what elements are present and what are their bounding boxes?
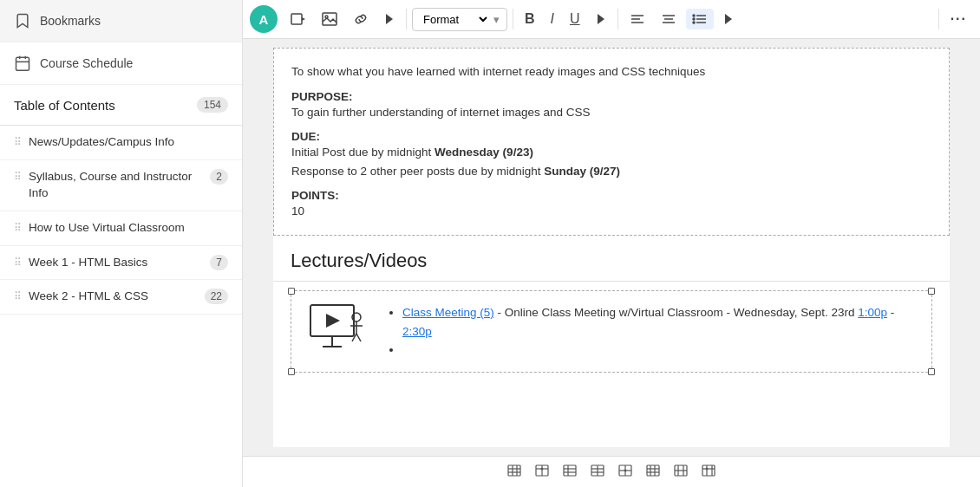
- toc-item-syllabus[interactable]: ⠿ Syllabus, Course and Instructor Info 2: [0, 160, 242, 211]
- more-format-button[interactable]: [717, 9, 740, 29]
- resize-handle-br[interactable]: [928, 368, 935, 375]
- table-btn-1[interactable]: [503, 462, 526, 482]
- course-schedule-label: Course Schedule: [40, 56, 133, 70]
- link-button[interactable]: [347, 9, 375, 29]
- class-meeting-link[interactable]: Class Meeting (5): [402, 306, 494, 319]
- lectures-box: Class Meeting (5) - Online Class Meeting…: [291, 290, 932, 373]
- table-btn-7[interactable]: [670, 462, 692, 482]
- chevron-down-icon: ▾: [493, 13, 500, 26]
- lectures-icon: [304, 303, 373, 355]
- toc-item-badge: 7: [210, 255, 228, 270]
- toolbar-separator-4: [938, 9, 939, 29]
- toc-item-week1[interactable]: ⠿ Week 1 - HTML Basics 7: [0, 246, 242, 281]
- sidebar-item-course-schedule[interactable]: Course Schedule: [0, 42, 242, 85]
- table-btn-5[interactable]: [614, 462, 637, 482]
- format-select-input[interactable]: Format Paragraph Heading 1 Heading 2 Hea…: [420, 12, 490, 27]
- main-content: A Format P: [243, 0, 980, 487]
- table-btn-8[interactable]: [697, 462, 720, 482]
- list-button[interactable]: [686, 9, 714, 29]
- svg-point-18: [693, 18, 695, 20]
- table-btn-3[interactable]: [559, 462, 581, 482]
- sidebar-item-bookmarks[interactable]: Bookmarks: [0, 0, 242, 42]
- svg-marker-5: [302, 17, 305, 21]
- content-area[interactable]: To show what you have learned with inter…: [243, 39, 980, 456]
- due-initial-span: Initial Post due by midnight: [291, 146, 434, 159]
- points-value: 10: [291, 202, 931, 221]
- svg-marker-8: [386, 14, 393, 24]
- table-btn-4[interactable]: [586, 462, 609, 482]
- toc-item-label: News/Updates/Campus Info: [29, 134, 228, 151]
- bottom-toolbar: [243, 456, 980, 487]
- toolbar-separator-3: [617, 9, 618, 29]
- align-left-button[interactable]: [624, 9, 651, 29]
- lecture-list-item: Class Meeting (5) - Online Class Meeting…: [402, 303, 919, 341]
- class-meeting-text: - Online Class Meeting w/Virtual Classro…: [494, 306, 858, 319]
- time-dash: -: [887, 306, 894, 319]
- svg-rect-64: [702, 465, 715, 476]
- sidebar: Bookmarks Course Schedule Table of Conte…: [0, 0, 243, 487]
- underline-button[interactable]: U: [564, 7, 586, 31]
- resize-handle-bl[interactable]: [288, 368, 295, 375]
- bold-button[interactable]: B: [519, 7, 541, 31]
- drag-icon: ⠿: [14, 171, 22, 183]
- ellipsis-icon: ···: [951, 11, 967, 27]
- bookmarks-label: Bookmarks: [40, 14, 101, 28]
- due-response-text: Response to 2 other peer posts due by mi…: [291, 162, 931, 181]
- toolbar: A Format P: [243, 0, 980, 39]
- toc-item-news[interactable]: ⠿ News/Updates/Campus Info: [0, 126, 242, 160]
- avatar: A: [250, 5, 278, 33]
- purpose-text: To gain further understanding of interne…: [291, 103, 931, 122]
- points-label: POINTS:: [291, 189, 931, 202]
- svg-point-20: [693, 22, 695, 23]
- toolbar-separator-2: [513, 9, 513, 29]
- toc-label: Table of Contents: [14, 98, 115, 113]
- format-dropdown[interactable]: Format Paragraph Heading 1 Heading 2 Hea…: [412, 8, 507, 31]
- video-insert-button[interactable]: [284, 9, 312, 29]
- time-end-link[interactable]: 2:30p: [402, 325, 432, 338]
- svg-marker-22: [725, 14, 732, 24]
- svg-line-31: [356, 334, 361, 341]
- content-inner: To show what you have learned with inter…: [273, 48, 950, 447]
- align-center-button[interactable]: [655, 9, 683, 29]
- italic-button[interactable]: I: [545, 7, 560, 31]
- calendar-icon: [14, 55, 31, 72]
- due-label: DUE:: [291, 130, 931, 143]
- assignment-box: To show what you have learned with inter…: [273, 48, 950, 236]
- drag-icon: ⠿: [14, 222, 22, 234]
- lectures-content: Class Meeting (5) - Online Class Meeting…: [387, 303, 919, 360]
- toc-item-label: How to Use Virtual Classroom: [29, 220, 228, 237]
- resize-handle-tr[interactable]: [928, 288, 935, 295]
- toc-count-badge: 154: [197, 97, 228, 113]
- image-insert-button[interactable]: [316, 8, 343, 30]
- text-color-button[interactable]: [590, 9, 612, 29]
- due-response-span: Response to 2 other peer posts due by mi…: [291, 165, 544, 178]
- toc-section: Table of Contents 154 ⠿ News/Updates/Cam…: [0, 85, 242, 315]
- toc-item-badge: 22: [205, 289, 228, 304]
- resize-handle-tl[interactable]: [288, 288, 295, 295]
- svg-point-16: [693, 15, 695, 16]
- purpose-intro-text: To show what you have learned with inter…: [291, 62, 931, 81]
- time-start-link[interactable]: 1:00p: [858, 306, 887, 319]
- more-insert-button[interactable]: [378, 9, 401, 29]
- table-btn-6[interactable]: [642, 462, 664, 482]
- section-lectures-label: Lectures/Videos: [291, 250, 427, 271]
- due-initial-text: Initial Post due by midnight Wednesday (…: [291, 143, 931, 162]
- table-btn-2[interactable]: [531, 462, 553, 482]
- svg-marker-26: [326, 314, 340, 328]
- drag-icon: ⠿: [14, 136, 22, 148]
- section-header-lectures: Lectures/Videos: [273, 236, 950, 282]
- toc-item-virtual-classroom[interactable]: ⠿ How to Use Virtual Classroom: [0, 211, 242, 246]
- purpose-label: PURPOSE:: [291, 90, 931, 103]
- toolbar-separator: [406, 9, 407, 29]
- more-options-button[interactable]: ···: [944, 7, 973, 31]
- toc-header: Table of Contents 154: [0, 85, 242, 126]
- svg-rect-4: [291, 14, 302, 24]
- due-sunday-span: Sunday (9/27): [544, 165, 620, 178]
- svg-rect-6: [323, 13, 336, 25]
- toc-item-label: Week 1 - HTML Basics: [29, 255, 203, 271]
- toc-item-label: Week 2 - HTML & CSS: [29, 289, 198, 305]
- svg-rect-0: [16, 57, 29, 70]
- toc-item-week2[interactable]: ⠿ Week 2 - HTML & CSS 22: [0, 280, 242, 315]
- svg-rect-55: [647, 465, 659, 476]
- drag-icon: ⠿: [14, 256, 22, 269]
